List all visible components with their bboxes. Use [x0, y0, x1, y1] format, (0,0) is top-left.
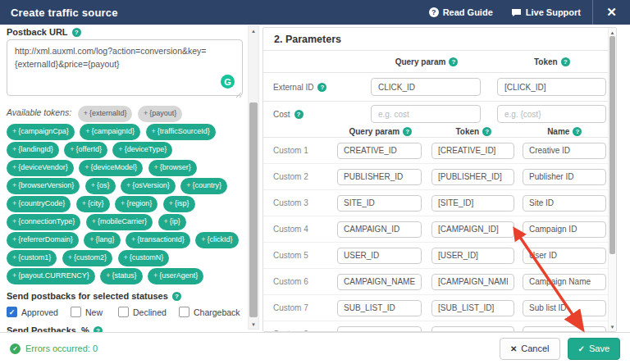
query-param-input[interactable]	[337, 143, 422, 159]
token-chip[interactable]: +{connectionType}	[7, 214, 80, 230]
token-chip[interactable]: +{customN}	[118, 250, 170, 266]
checkbox-icon[interactable]	[71, 307, 81, 317]
help-icon[interactable]: ?	[72, 28, 81, 37]
token-chip[interactable]: +{status}	[100, 268, 142, 284]
close-icon[interactable]: ✕	[592, 0, 630, 25]
token-chip[interactable]: +{payout}	[138, 106, 182, 122]
plus-icon: +	[84, 109, 88, 117]
token-input[interactable]	[431, 326, 514, 333]
parameters-scrollbar[interactable]: ▲ ▼	[608, 28, 616, 331]
token-input[interactable]	[431, 221, 514, 238]
query-param-input[interactable]	[337, 221, 422, 238]
scroll-up-icon[interactable]: ▲	[249, 26, 258, 35]
token-chip-label: {custom2}	[74, 253, 107, 262]
token-chip[interactable]: +{browser}	[148, 160, 197, 176]
cost-token-input[interactable]	[497, 105, 606, 123]
name-input[interactable]	[523, 326, 606, 333]
token-input[interactable]	[431, 300, 514, 316]
token-column-header: Token ?	[498, 57, 606, 66]
name-input[interactable]	[523, 195, 606, 212]
help-icon[interactable]: ?	[317, 83, 326, 92]
name-input[interactable]	[523, 274, 606, 290]
cost-query-input[interactable]	[371, 105, 481, 123]
token-chip[interactable]: +{deviceVendor}	[7, 160, 74, 176]
name-input[interactable]	[523, 248, 606, 264]
query-param-input[interactable]	[337, 195, 422, 212]
help-icon[interactable]: ?	[294, 110, 304, 119]
name-input[interactable]	[523, 300, 606, 316]
token-chip[interactable]: +{clickId}	[195, 232, 238, 248]
checkbox-icon[interactable]	[7, 307, 17, 317]
token-input[interactable]	[431, 169, 514, 185]
query-param-input[interactable]	[337, 326, 422, 333]
scrollbar-thumb[interactable]	[609, 36, 615, 254]
plus-icon: +	[92, 217, 96, 225]
grammarly-icon[interactable]: G	[221, 75, 235, 89]
token-input[interactable]	[431, 274, 514, 290]
statuses-label-row: Send postbacks for selected statuses ?	[7, 291, 243, 301]
help-icon[interactable]: ?	[561, 57, 570, 66]
token-chip[interactable]: +{deviceModel}	[79, 160, 143, 176]
help-icon[interactable]: ?	[573, 127, 582, 136]
read-guide-link[interactable]: ? Read Guide	[429, 7, 493, 17]
query-param-input[interactable]	[337, 248, 422, 264]
status-checkbox-item[interactable]: Declined	[118, 307, 179, 317]
token-chip[interactable]: +{referrerDomain}	[7, 232, 79, 248]
help-icon[interactable]: ?	[449, 57, 458, 66]
token-chip[interactable]: +{campaignId}	[80, 124, 140, 140]
checkbox-icon[interactable]	[179, 307, 189, 317]
name-input[interactable]	[523, 143, 606, 159]
token-chip[interactable]: +{trafficSourceId}	[146, 124, 216, 140]
external-id-query-input[interactable]	[371, 78, 481, 96]
scroll-down-icon[interactable]: ▼	[249, 320, 258, 329]
token-chip[interactable]: +{os}	[85, 178, 116, 194]
status-checkbox-item[interactable]: Approved	[7, 307, 71, 317]
external-id-token-input[interactable]	[497, 78, 606, 96]
query-param-input[interactable]	[337, 169, 422, 185]
left-panel-scrollbar[interactable]: ▲ ▼	[248, 25, 259, 330]
token-chip[interactable]: +{offerId}	[64, 142, 107, 158]
token-chip[interactable]: +{region}	[115, 196, 158, 212]
help-icon[interactable]: ?	[403, 127, 412, 136]
token-chip[interactable]: +{transactionId}	[126, 232, 190, 248]
query-param-input[interactable]	[337, 274, 422, 290]
cancel-button[interactable]: ✕ Cancel	[500, 338, 560, 360]
token-chip[interactable]: +{city}	[76, 196, 110, 212]
token-chip[interactable]: +{custom1}	[7, 250, 57, 266]
help-icon[interactable]: ?	[172, 292, 181, 301]
scroll-down-icon[interactable]: ▼	[609, 322, 616, 331]
live-support-link[interactable]: Live Support	[511, 7, 581, 17]
token-input[interactable]	[431, 195, 514, 212]
token-chip[interactable]: +{userAgent}	[148, 268, 203, 284]
token-chip[interactable]: +{isp}	[163, 196, 195, 212]
cost-label: Cost ?	[273, 110, 371, 119]
token-chip[interactable]: +{browserVersion}	[7, 178, 80, 194]
token-chip[interactable]: +{deviceType}	[112, 142, 172, 158]
postback-url-textarea[interactable]	[7, 39, 243, 96]
custom-param-label: Custom 6	[273, 277, 337, 286]
token-chip[interactable]: +{landingId}	[7, 142, 59, 158]
token-input[interactable]	[431, 143, 514, 159]
token-chip[interactable]: +{lang}	[84, 232, 120, 248]
token-chip[interactable]: +{ip}	[158, 214, 186, 230]
status-checkbox-item[interactable]: Chargeback	[179, 307, 240, 317]
help-icon[interactable]: ?	[482, 127, 491, 136]
name-input[interactable]	[523, 169, 606, 185]
token-input[interactable]	[431, 248, 514, 264]
token-chip[interactable]: +{osVersion}	[121, 178, 176, 194]
status-checkbox-item[interactable]: New	[71, 307, 118, 317]
token-chip[interactable]: +{externalId}	[78, 106, 133, 122]
query-param-input[interactable]	[337, 300, 422, 316]
name-input[interactable]	[523, 221, 606, 238]
token-chip[interactable]: +{country}	[180, 178, 227, 194]
token-chip[interactable]: +{mobileCarrier}	[86, 214, 153, 230]
token-chip[interactable]: +{countryCode}	[7, 196, 71, 212]
checkbox-icon[interactable]	[118, 307, 129, 317]
scrollbar-thumb[interactable]	[249, 102, 258, 317]
postback-settings-panel: Postback URL ? G Available tokens: +{ext…	[7, 27, 243, 364]
plus-icon: +	[84, 163, 89, 171]
token-chip[interactable]: +{campaignCpa}	[7, 124, 75, 140]
token-chip[interactable]: +{payout.CURRENCY}	[7, 268, 95, 284]
save-button[interactable]: ✓ Save	[568, 338, 620, 360]
token-chip[interactable]: +{custom2}	[62, 250, 112, 266]
